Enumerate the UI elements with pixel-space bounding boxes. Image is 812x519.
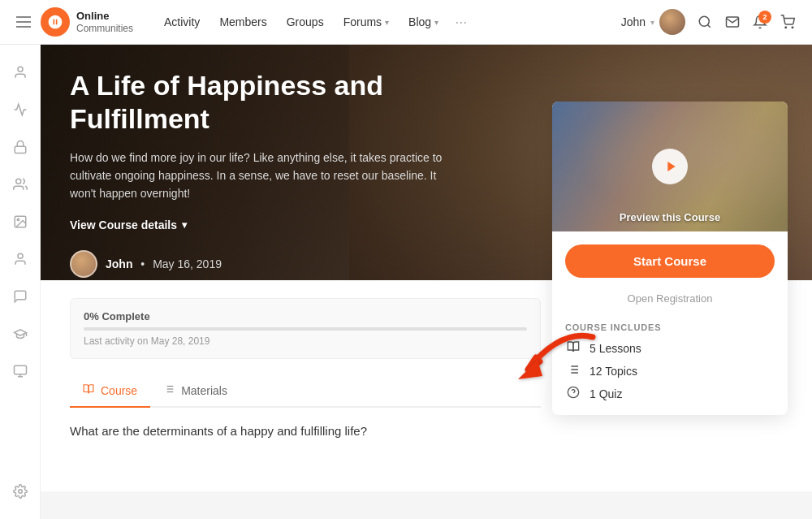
nav-more[interactable]: ···: [450, 14, 472, 31]
sidebar-item-friends[interactable]: [6, 244, 35, 274]
progress-section: 0% Complete Last activity on May 28, 201…: [70, 298, 541, 359]
play-button[interactable]: [652, 149, 688, 184]
svg-point-4: [18, 67, 23, 71]
author-info: John • May 16, 2019: [70, 250, 515, 278]
includes-quiz: 1 Quiz: [565, 386, 775, 402]
inbox-icon[interactable]: [724, 14, 741, 30]
cart-icon[interactable]: [780, 14, 796, 30]
user-menu[interactable]: John ▾: [621, 9, 685, 35]
materials-tab-label: Materials: [181, 384, 227, 397]
sidebar-item-settings[interactable]: [6, 477, 35, 506]
logo-icon: [41, 7, 70, 37]
logo-text: Online Communities: [76, 10, 133, 34]
materials-tab-icon: [163, 383, 175, 398]
tab-course[interactable]: Course: [70, 375, 150, 408]
last-activity-label: Last activity on May 28, 2019: [84, 335, 527, 347]
sidebar-item-certificate[interactable]: [6, 357, 35, 386]
open-registration-button[interactable]: Open Registration: [565, 286, 775, 311]
nav-activity[interactable]: Activity: [156, 11, 208, 33]
user-dropdown-arrow: ▾: [650, 18, 654, 27]
left-sidebar: [0, 45, 41, 519]
course-thumbnail: Preview this Course: [552, 102, 788, 231]
course-title: A Life of Happiness and Fulfillment: [70, 69, 515, 136]
course-includes-title: COURSE INCLUDES: [565, 322, 775, 332]
svg-marker-14: [667, 162, 675, 171]
nav-groups[interactable]: Groups: [279, 11, 332, 33]
start-course-button[interactable]: Start Course: [565, 244, 775, 278]
sidebar-item-user[interactable]: [6, 58, 35, 87]
top-navigation: Online Communities Activity Members Grou…: [0, 0, 812, 45]
course-tab-icon: [83, 383, 94, 398]
sidebar-item-media[interactable]: [6, 207, 35, 236]
publish-date: May 16, 2019: [153, 257, 222, 270]
course-card: Preview this Course Start Course Open Re…: [552, 102, 788, 415]
svg-rect-10: [14, 365, 26, 374]
sidebar-item-activity[interactable]: [6, 95, 35, 124]
preview-label: Preview this Course: [552, 211, 788, 223]
progress-track: [84, 327, 527, 331]
quiz-count: 1 Quiz: [590, 387, 622, 400]
hamburger-menu[interactable]: [16, 16, 31, 28]
notification-count: 2: [758, 11, 771, 24]
forums-dropdown-arrow: ▾: [385, 18, 389, 27]
nav-forums[interactable]: Forums ▾: [335, 11, 397, 33]
sidebar-item-groups[interactable]: [6, 170, 35, 199]
author-avatar: [70, 250, 97, 278]
view-details-button[interactable]: View Course details ▾: [70, 218, 187, 231]
quiz-icon: [565, 386, 581, 402]
author-details: John • May 16, 2019: [106, 257, 222, 270]
sidebar-item-courses[interactable]: [6, 319, 35, 348]
svg-point-13: [18, 490, 22, 494]
sidebar-item-chat[interactable]: [6, 282, 35, 311]
svg-point-2: [785, 27, 787, 28]
topics-count: 12 Topics: [590, 365, 637, 378]
chevron-down-icon: ▾: [182, 219, 187, 231]
course-description: How do we find more joy in our life? Lik…: [70, 149, 460, 203]
includes-list: 5 Lessons 12 Topics 1 Quiz: [565, 340, 775, 402]
svg-rect-5: [15, 146, 26, 153]
username-label: John: [621, 15, 646, 28]
nav-right: John ▾ 2: [621, 9, 796, 35]
user-avatar: [659, 9, 685, 35]
sidebar-item-lock[interactable]: [6, 132, 35, 162]
svg-point-9: [18, 253, 23, 258]
list-icon: [565, 363, 581, 379]
blog-dropdown-arrow: ▾: [434, 18, 438, 27]
nav-blog[interactable]: Blog ▾: [400, 11, 447, 33]
search-icon[interactable]: [697, 14, 713, 30]
logo: Online Communities: [41, 7, 133, 37]
lessons-count: 5 Lessons: [590, 342, 641, 355]
tab-materials[interactable]: Materials: [150, 375, 240, 408]
includes-lessons: 5 Lessons: [565, 340, 775, 357]
hero-content: A Life of Happiness and Fulfillment How …: [41, 45, 544, 280]
nav-links: Activity Members Groups Forums ▾ Blog ▾ …: [156, 11, 621, 33]
main-content: A Life of Happiness and Fulfillment How …: [41, 45, 812, 519]
course-tab-label: Course: [101, 384, 137, 397]
book-icon: [565, 340, 581, 357]
section-question: What are the determinants of a happy and…: [70, 424, 783, 438]
svg-point-0: [699, 16, 709, 26]
author-name: John: [106, 257, 132, 270]
notification-bell[interactable]: 2: [752, 14, 768, 30]
svg-point-3: [792, 27, 793, 28]
main-layout: A Life of Happiness and Fulfillment How …: [0, 45, 812, 519]
svg-point-6: [15, 179, 20, 184]
course-tabs: Course Materials: [70, 375, 541, 408]
svg-line-1: [707, 24, 710, 27]
svg-point-8: [17, 218, 19, 220]
includes-topics: 12 Topics: [565, 363, 775, 379]
nav-members[interactable]: Members: [211, 11, 274, 33]
course-card-body: Start Course Open Registration COURSE IN…: [552, 231, 788, 415]
progress-label: 0% Complete: [84, 310, 527, 322]
